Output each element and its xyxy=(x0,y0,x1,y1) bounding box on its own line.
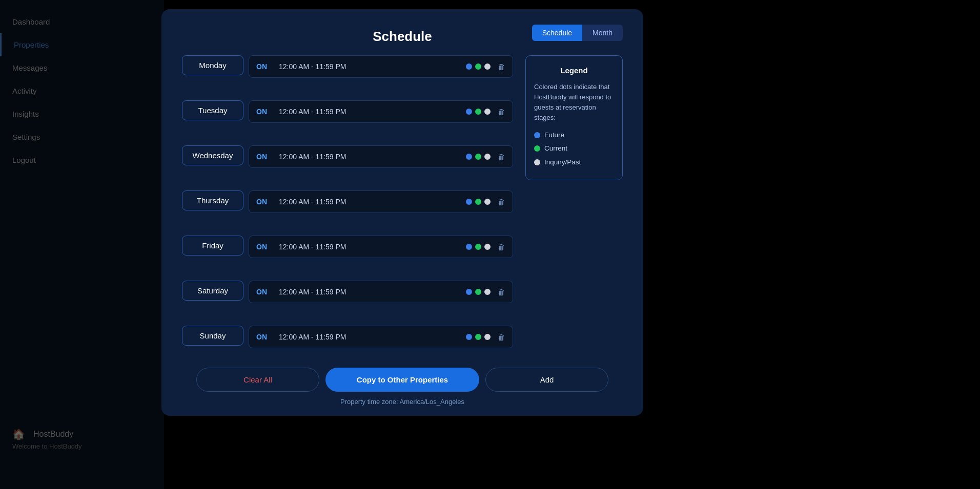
dot-blue-friday xyxy=(466,244,472,250)
day-row-wednesday: Wednesday ON 12:00 AM - 11:59 PM 🗑 xyxy=(182,145,513,168)
day-row-thursday: Thursday ON 12:00 AM - 11:59 PM 🗑 xyxy=(182,190,513,213)
on-label-monday: ON xyxy=(256,62,271,71)
day-button-monday[interactable]: Monday xyxy=(182,55,243,75)
dot-blue-monday xyxy=(466,63,472,70)
time-slot-monday: ON 12:00 AM - 11:59 PM 🗑 xyxy=(249,55,513,78)
dots-wednesday xyxy=(466,154,491,160)
day-button-tuesday[interactable]: Tuesday xyxy=(182,100,243,120)
dot-blue-wednesday xyxy=(466,154,472,160)
footer-buttons: Clear All Copy to Other Properties Add xyxy=(182,368,623,392)
time-slot-friday: ON 12:00 AM - 11:59 PM 🗑 xyxy=(249,236,513,258)
delete-thursday[interactable]: 🗑 xyxy=(498,198,505,206)
on-label-sunday: ON xyxy=(256,333,271,341)
on-label-friday: ON xyxy=(256,243,271,251)
schedule-toggle: Schedule Month xyxy=(532,25,623,41)
on-label-saturday: ON xyxy=(256,288,271,296)
dot-green-saturday xyxy=(475,289,481,295)
time-slot-sunday: ON 12:00 AM - 11:59 PM 🗑 xyxy=(249,326,513,348)
timezone-text: Property time zone: America/Los_Angeles xyxy=(340,398,464,406)
day-button-sunday[interactable]: Sunday xyxy=(182,326,243,346)
copy-to-properties-button[interactable]: Copy to Other Properties xyxy=(325,368,479,392)
modal-footer: Clear All Copy to Other Properties Add P… xyxy=(182,368,623,406)
delete-monday[interactable]: 🗑 xyxy=(498,62,505,71)
modal-title: Schedule xyxy=(373,29,432,45)
dot-white-monday xyxy=(484,63,491,70)
dot-blue-sunday xyxy=(466,334,472,340)
dot-white-tuesday xyxy=(484,109,491,115)
modal-header: Schedule Schedule Month xyxy=(182,25,623,41)
dots-monday xyxy=(466,63,491,70)
time-range-sunday: 12:00 AM - 11:59 PM xyxy=(279,333,346,341)
day-button-saturday[interactable]: Saturday xyxy=(182,281,243,301)
day-button-thursday[interactable]: Thursday xyxy=(182,190,243,210)
add-button[interactable]: Add xyxy=(485,368,608,392)
time-range-tuesday: 12:00 AM - 11:59 PM xyxy=(279,108,346,116)
delete-saturday[interactable]: 🗑 xyxy=(498,288,505,296)
day-row-sunday: Sunday ON 12:00 AM - 11:59 PM 🗑 xyxy=(182,326,513,348)
clear-all-button[interactable]: Clear All xyxy=(196,368,319,392)
legend-title: Legend xyxy=(534,65,614,77)
time-range-saturday: 12:00 AM - 11:59 PM xyxy=(279,288,346,296)
day-row-monday: Monday ON 12:00 AM - 11:59 PM 🗑 xyxy=(182,55,513,78)
dot-green-friday xyxy=(475,244,481,250)
legend-box: Legend Colored dots indicate that HostBu… xyxy=(525,55,623,180)
schedule-toggle-month[interactable]: Month xyxy=(582,25,623,41)
dots-sunday xyxy=(466,334,491,340)
day-row-saturday: Saturday ON 12:00 AM - 11:59 PM 🗑 xyxy=(182,281,513,303)
on-label-thursday: ON xyxy=(256,198,271,206)
dot-blue-saturday xyxy=(466,289,472,295)
dot-white-sunday xyxy=(484,334,491,340)
dots-thursday xyxy=(466,199,491,205)
schedule-modal: Schedule Schedule Month Monday ON 12:00 … xyxy=(161,9,643,416)
delete-friday[interactable]: 🗑 xyxy=(498,243,505,251)
dot-green-sunday xyxy=(475,334,481,340)
schedule-list: Monday ON 12:00 AM - 11:59 PM 🗑 xyxy=(182,55,513,353)
legend-description: Colored dots indicate that HostBuddy wil… xyxy=(534,82,614,123)
dot-green-tuesday xyxy=(475,109,481,115)
legend-label-future: Future xyxy=(544,130,564,140)
dots-saturday xyxy=(466,289,491,295)
time-slot-saturday: ON 12:00 AM - 11:59 PM 🗑 xyxy=(249,281,513,303)
dot-blue-tuesday xyxy=(466,109,472,115)
time-slot-wednesday: ON 12:00 AM - 11:59 PM 🗑 xyxy=(249,145,513,168)
dot-white-saturday xyxy=(484,289,491,295)
legend-label-inquiry: Inquiry/Past xyxy=(544,157,581,167)
day-row-friday: Friday ON 12:00 AM - 11:59 PM 🗑 xyxy=(182,236,513,258)
dot-green-thursday xyxy=(475,199,481,205)
time-slot-tuesday: ON 12:00 AM - 11:59 PM 🗑 xyxy=(249,100,513,123)
legend-dot-white xyxy=(534,159,540,165)
dot-green-wednesday xyxy=(475,154,481,160)
dots-friday xyxy=(466,244,491,250)
day-button-wednesday[interactable]: Wednesday xyxy=(182,145,243,165)
dot-green-monday xyxy=(475,63,481,70)
time-range-friday: 12:00 AM - 11:59 PM xyxy=(279,243,346,251)
modal-body: Monday ON 12:00 AM - 11:59 PM 🗑 xyxy=(182,55,623,353)
dot-white-wednesday xyxy=(484,154,491,160)
time-range-wednesday: 12:00 AM - 11:59 PM xyxy=(279,153,346,161)
legend-label-current: Current xyxy=(544,143,567,154)
time-range-thursday: 12:00 AM - 11:59 PM xyxy=(279,198,346,206)
legend-dot-green xyxy=(534,145,540,152)
dots-tuesday xyxy=(466,109,491,115)
on-label-wednesday: ON xyxy=(256,153,271,161)
legend-item-current: Current xyxy=(534,143,614,154)
time-slot-thursday: ON 12:00 AM - 11:59 PM 🗑 xyxy=(249,190,513,213)
day-button-friday[interactable]: Friday xyxy=(182,236,243,256)
delete-sunday[interactable]: 🗑 xyxy=(498,333,505,342)
schedule-toggle-schedule[interactable]: Schedule xyxy=(532,25,582,41)
delete-tuesday[interactable]: 🗑 xyxy=(498,108,505,116)
day-row-tuesday: Tuesday ON 12:00 AM - 11:59 PM 🗑 xyxy=(182,100,513,123)
dot-white-friday xyxy=(484,244,491,250)
dot-blue-thursday xyxy=(466,199,472,205)
legend-item-inquiry: Inquiry/Past xyxy=(534,157,614,167)
legend-item-future: Future xyxy=(534,130,614,140)
time-range-monday: 12:00 AM - 11:59 PM xyxy=(279,62,346,71)
on-label-tuesday: ON xyxy=(256,108,271,116)
delete-wednesday[interactable]: 🗑 xyxy=(498,153,505,161)
dot-white-thursday xyxy=(484,199,491,205)
legend-dot-blue xyxy=(534,132,540,138)
